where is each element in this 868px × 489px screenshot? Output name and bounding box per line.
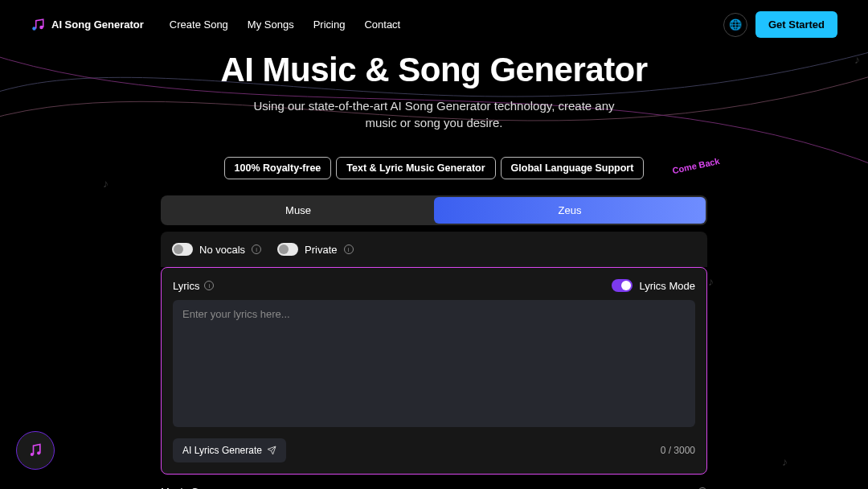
lyrics-char-count: 0 / 3000 bbox=[661, 445, 695, 456]
info-icon[interactable]: i bbox=[252, 244, 261, 254]
info-icon[interactable]: i bbox=[204, 281, 214, 290]
lyrics-label: Lyrics bbox=[173, 280, 199, 292]
genre-label: Music Genre bbox=[161, 486, 220, 489]
no-vocals-toggle[interactable] bbox=[172, 243, 193, 256]
lyrics-mode-toggle[interactable] bbox=[612, 279, 633, 292]
private-label: Private bbox=[305, 244, 337, 256]
floating-music-button[interactable] bbox=[16, 431, 55, 470]
nav-contact[interactable]: Contact bbox=[364, 18, 400, 31]
svg-point-0 bbox=[32, 27, 36, 31]
genre-section: Music Genre i bbox=[161, 486, 707, 489]
svg-point-1 bbox=[39, 25, 43, 29]
get-started-button[interactable]: Get Started bbox=[755, 11, 837, 38]
svg-point-3 bbox=[37, 451, 40, 454]
page-title: AI Music & Song Generator bbox=[0, 51, 868, 89]
ai-lyrics-generate-button[interactable]: AI Lyrics Generate bbox=[173, 438, 286, 462]
tab-muse[interactable]: Muse bbox=[162, 197, 434, 224]
badge-text-lyric: Text & Lyric Music Generator bbox=[336, 157, 495, 179]
feature-badges: 100% Royalty-free Text & Lyric Music Gen… bbox=[0, 157, 868, 179]
page-subtitle: Using our state-of-the-art AI Song Gener… bbox=[249, 97, 619, 131]
language-button[interactable]: 🌐 bbox=[723, 13, 747, 37]
brand-name: AI Song Generator bbox=[51, 18, 144, 31]
nav-create-song[interactable]: Create Song bbox=[170, 18, 228, 31]
music-note-icon bbox=[27, 442, 43, 458]
model-tabs: Muse Zeus bbox=[161, 195, 707, 225]
logo[interactable]: AI Song Generator bbox=[31, 18, 144, 32]
lyrics-mode-label: Lyrics Mode bbox=[639, 280, 695, 292]
private-toggle[interactable] bbox=[277, 243, 298, 256]
badge-royalty-free: 100% Royalty-free bbox=[224, 157, 332, 179]
header: AI Song Generator Create Song My Songs P… bbox=[0, 0, 868, 49]
ai-lyrics-generate-label: AI Lyrics Generate bbox=[182, 445, 262, 456]
nav-my-songs[interactable]: My Songs bbox=[248, 18, 294, 31]
generator-panel: Muse Zeus No vocals i Private i Lyrics i… bbox=[161, 195, 707, 489]
tab-zeus[interactable]: Zeus bbox=[434, 197, 706, 224]
info-icon[interactable]: i bbox=[344, 244, 354, 254]
no-vocals-label: No vocals bbox=[199, 244, 245, 256]
send-icon bbox=[267, 446, 276, 455]
lyrics-input[interactable] bbox=[173, 300, 695, 427]
lyrics-section: Lyrics i Lyrics Mode AI Lyrics Generate … bbox=[161, 267, 707, 475]
hero: AI Music & Song Generator Using our stat… bbox=[0, 51, 868, 131]
music-note-icon bbox=[31, 18, 45, 32]
svg-point-2 bbox=[31, 453, 34, 456]
nav-pricing[interactable]: Pricing bbox=[313, 18, 346, 31]
main-nav: Create Song My Songs Pricing Contact bbox=[170, 18, 400, 31]
options-row: No vocals i Private i bbox=[161, 232, 707, 267]
badge-global-language: Global Language Support bbox=[501, 157, 645, 179]
